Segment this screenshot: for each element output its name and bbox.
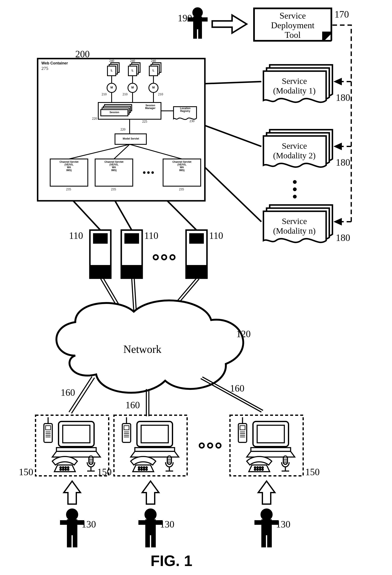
ref-150-a: 150 <box>19 466 33 478</box>
deploy-dashed-lines <box>332 25 351 222</box>
user-arrow-1 <box>64 481 80 504</box>
svg-line-93 <box>115 201 132 230</box>
figure-1-diagram: Service Deployment Tool 170 190 200 Web … <box>0 0 392 575</box>
wc-m-circles <box>107 76 158 102</box>
svg-line-101 <box>134 278 136 312</box>
wc-M-b: M <box>131 86 134 89</box>
wc-ch-b: Channel Servlet (VE/VS, WA IMS) <box>96 161 132 172</box>
ref-240-a: 240 <box>109 59 114 63</box>
svg-line-79 <box>130 144 182 159</box>
wc-location-registry: Location Registry <box>175 107 196 112</box>
wc-L-a: L <box>110 69 114 72</box>
server-2 <box>121 230 142 278</box>
web-container-title: Web Container <box>41 61 68 66</box>
user-arrow-3 <box>258 481 275 504</box>
svg-line-87 <box>205 125 261 146</box>
ref-240-c: 240 <box>151 59 156 63</box>
admin-arrow-icon <box>212 15 247 33</box>
svg-marker-7 <box>333 78 342 85</box>
ref-220-mid: 220 <box>120 128 125 131</box>
ref-110-c: 110 <box>209 230 223 241</box>
ref-180-b: 180 <box>336 157 350 168</box>
svg-point-83 <box>143 171 145 174</box>
ref-130-b: 130 <box>160 519 174 530</box>
svg-point-84 <box>147 171 150 174</box>
ref-180-c: 180 <box>336 232 350 243</box>
ref-110-a: 110 <box>69 230 83 241</box>
service-modality-n <box>263 205 332 242</box>
wc-ch-a: Channel Servlet (VE/VS, WA IMS) <box>51 161 87 172</box>
svg-line-88 <box>205 167 261 222</box>
ref-210-a: 210 <box>102 93 107 96</box>
ref-120: 120 <box>236 328 251 339</box>
client-group-2 <box>114 415 187 476</box>
figure-caption: FIG. 1 <box>151 552 192 569</box>
ref-230: 230 <box>189 119 194 123</box>
service-modality-2 <box>263 130 332 167</box>
user-2-icon <box>139 509 162 547</box>
network-label: Network <box>123 343 161 355</box>
ref-210-c: 210 <box>158 93 163 96</box>
ref-210-b: 210 <box>122 93 128 96</box>
svg-rect-3 <box>194 29 196 38</box>
ref-275: 275 <box>41 66 48 71</box>
svg-line-94 <box>167 201 197 230</box>
ref-220-top: 220 <box>92 117 97 120</box>
deploy-tool-label: Service Deployment Tool <box>257 11 328 40</box>
svg-point-112 <box>216 443 221 448</box>
svg-point-85 <box>151 171 154 174</box>
wc-to-services-lines <box>205 82 261 222</box>
ref-235-a: 235 <box>66 187 71 191</box>
ref-160-a: 160 <box>61 387 75 398</box>
wc-L-c: L <box>151 69 156 72</box>
svg-rect-4 <box>199 29 201 38</box>
diagram-canvas <box>0 0 392 575</box>
ref-240-b: 240 <box>130 59 135 63</box>
wc-model-servlet: Model Servlet <box>116 137 145 140</box>
server-1 <box>90 230 111 278</box>
svg-point-89 <box>293 180 297 184</box>
ref-130-a: 130 <box>82 519 96 530</box>
wc-L-b: L <box>130 69 135 72</box>
ref-235-c: 235 <box>179 187 184 191</box>
ref-130-c: 130 <box>276 519 290 530</box>
user-1-icon <box>61 509 84 547</box>
ref-150-b: 150 <box>97 466 112 478</box>
ref-225: 225 <box>142 120 147 123</box>
svg-point-0 <box>193 8 202 17</box>
svg-point-111 <box>208 443 212 448</box>
client-group-3 <box>230 415 303 476</box>
service-modality-1 <box>263 65 332 102</box>
ref-160-b: 160 <box>125 400 140 411</box>
svg-point-97 <box>170 255 175 260</box>
ref-190: 190 <box>178 13 192 24</box>
wc-ch-c: Channel Servlet (VE/VS, WA IMS) <box>164 161 199 172</box>
ref-200: 200 <box>75 48 90 60</box>
ref-180-a: 180 <box>336 92 350 103</box>
svg-line-100 <box>132 278 134 312</box>
user-3-icon <box>255 509 278 547</box>
user-arrow-2 <box>142 481 159 504</box>
svg-line-77 <box>69 144 130 159</box>
svg-line-92 <box>73 201 100 230</box>
ref-110-b: 110 <box>144 230 158 241</box>
ref-150-c: 150 <box>305 466 320 478</box>
svg-point-96 <box>162 255 166 260</box>
svg-point-91 <box>293 195 297 198</box>
wc-session-manager: Session Manager <box>140 104 160 109</box>
wc-M-c: M <box>152 86 155 89</box>
wc-M-a: M <box>110 86 113 89</box>
svg-marker-9 <box>333 218 342 225</box>
svg-point-90 <box>293 187 297 191</box>
wc-session: Session <box>102 111 126 114</box>
svg-point-95 <box>153 255 158 260</box>
ref-170: 170 <box>335 9 349 20</box>
svg-line-86 <box>205 82 261 84</box>
svg-point-110 <box>199 443 204 448</box>
ref-235-b: 235 <box>111 187 116 191</box>
svg-marker-8 <box>333 143 342 150</box>
server-3 <box>186 230 207 278</box>
ref-160-c: 160 <box>230 383 244 394</box>
